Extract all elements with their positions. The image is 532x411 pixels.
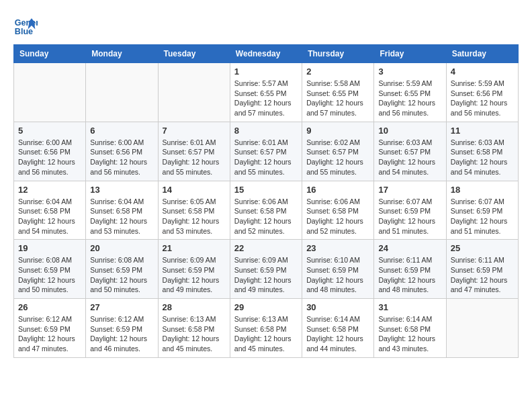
calendar-cell: 25Sunrise: 6:11 AMSunset: 6:59 PMDayligh… [446,240,518,299]
day-number: 27 [90,302,153,312]
calendar-cell [14,63,86,122]
calendar-cell [446,299,518,358]
calendar-cell: 6Sunrise: 6:00 AMSunset: 6:56 PMDaylight… [86,122,158,181]
day-number: 6 [90,126,153,136]
weekday-header-row: SundayMondayTuesdayWednesdayThursdayFrid… [14,45,519,63]
day-number: 14 [163,185,226,195]
day-info: Sunrise: 6:14 AMSunset: 6:58 PMDaylight:… [378,314,441,354]
day-info: Sunrise: 6:07 AMSunset: 6:59 PMDaylight:… [451,197,514,236]
calendar-cell: 18Sunrise: 6:07 AMSunset: 6:59 PMDayligh… [446,181,518,240]
day-info: Sunrise: 6:07 AMSunset: 6:59 PMDaylight:… [378,197,441,236]
day-number: 18 [451,185,514,195]
calendar-cell [86,63,158,122]
calendar-cell: 2Sunrise: 5:58 AMSunset: 6:55 PMDaylight… [302,63,374,122]
day-number: 23 [306,243,369,253]
calendar-cell: 10Sunrise: 6:03 AMSunset: 6:57 PMDayligh… [374,122,446,181]
day-number: 8 [234,126,298,136]
calendar-cell: 19Sunrise: 6:08 AMSunset: 6:59 PMDayligh… [14,240,86,299]
day-info: Sunrise: 6:00 AMSunset: 6:56 PMDaylight:… [18,138,81,177]
week-row-2: 5Sunrise: 6:00 AMSunset: 6:56 PMDaylight… [14,122,519,181]
day-info: Sunrise: 5:59 AMSunset: 6:56 PMDaylight:… [451,79,514,118]
weekday-header-sunday: Sunday [14,45,86,63]
calendar-cell: 9Sunrise: 6:02 AMSunset: 6:57 PMDaylight… [302,122,374,181]
day-info: Sunrise: 6:09 AMSunset: 6:59 PMDaylight:… [163,255,226,295]
weekday-header-saturday: Saturday [446,45,518,63]
calendar-cell: 26Sunrise: 6:12 AMSunset: 6:59 PMDayligh… [14,299,86,358]
day-number: 12 [18,185,81,195]
day-number: 16 [306,185,369,195]
calendar-cell: 15Sunrise: 6:06 AMSunset: 6:58 PMDayligh… [230,181,302,240]
page-header: General Blue [13,13,519,38]
day-info: Sunrise: 5:57 AMSunset: 6:55 PMDaylight:… [234,79,298,118]
day-number: 11 [451,126,514,136]
calendar-cell: 27Sunrise: 6:12 AMSunset: 6:59 PMDayligh… [86,299,158,358]
calendar-cell: 30Sunrise: 6:14 AMSunset: 6:58 PMDayligh… [302,299,374,358]
day-info: Sunrise: 6:10 AMSunset: 6:59 PMDaylight:… [306,255,369,295]
calendar-cell: 22Sunrise: 6:09 AMSunset: 6:59 PMDayligh… [230,240,302,299]
day-number: 21 [163,243,226,253]
calendar-cell: 4Sunrise: 5:59 AMSunset: 6:56 PMDaylight… [446,63,518,122]
day-number: 10 [378,126,441,136]
calendar-cell: 17Sunrise: 6:07 AMSunset: 6:59 PMDayligh… [374,181,446,240]
calendar-cell [158,63,230,122]
day-number: 13 [90,185,153,195]
day-number: 17 [378,185,441,195]
logo: General Blue [13,13,42,38]
calendar-cell: 20Sunrise: 6:08 AMSunset: 6:59 PMDayligh… [86,240,158,299]
weekday-header-tuesday: Tuesday [158,45,230,63]
day-info: Sunrise: 6:13 AMSunset: 6:58 PMDaylight:… [234,314,298,354]
day-number: 9 [306,126,369,136]
day-info: Sunrise: 6:12 AMSunset: 6:59 PMDaylight:… [18,314,81,354]
calendar-cell: 7Sunrise: 6:01 AMSunset: 6:57 PMDaylight… [158,122,230,181]
calendar-cell: 14Sunrise: 6:05 AMSunset: 6:58 PMDayligh… [158,181,230,240]
day-number: 3 [378,66,441,77]
day-number: 2 [306,66,369,77]
day-number: 28 [163,302,226,312]
weekday-header-wednesday: Wednesday [230,45,302,63]
calendar-cell: 3Sunrise: 5:59 AMSunset: 6:55 PMDaylight… [374,63,446,122]
logo-icon: General Blue [13,13,38,38]
weekday-header-thursday: Thursday [302,45,374,63]
day-number: 19 [18,243,81,253]
calendar-cell: 16Sunrise: 6:06 AMSunset: 6:58 PMDayligh… [302,181,374,240]
calendar-table: SundayMondayTuesdayWednesdayThursdayFrid… [13,44,519,358]
day-info: Sunrise: 6:11 AMSunset: 6:59 PMDaylight:… [378,255,441,295]
day-number: 15 [234,185,298,195]
day-info: Sunrise: 6:11 AMSunset: 6:59 PMDaylight:… [451,255,514,295]
day-info: Sunrise: 6:14 AMSunset: 6:58 PMDaylight:… [306,314,369,354]
day-info: Sunrise: 6:08 AMSunset: 6:59 PMDaylight:… [18,255,81,295]
day-info: Sunrise: 6:09 AMSunset: 6:59 PMDaylight:… [234,255,298,295]
day-info: Sunrise: 6:02 AMSunset: 6:57 PMDaylight:… [306,138,369,177]
day-number: 7 [163,126,226,136]
day-number: 5 [18,126,81,136]
day-number: 30 [306,302,369,312]
day-info: Sunrise: 6:01 AMSunset: 6:57 PMDaylight:… [234,138,298,177]
day-info: Sunrise: 6:13 AMSunset: 6:58 PMDaylight:… [163,314,226,354]
calendar-cell: 23Sunrise: 6:10 AMSunset: 6:59 PMDayligh… [302,240,374,299]
day-info: Sunrise: 5:59 AMSunset: 6:55 PMDaylight:… [378,79,441,118]
calendar-cell: 24Sunrise: 6:11 AMSunset: 6:59 PMDayligh… [374,240,446,299]
day-info: Sunrise: 6:04 AMSunset: 6:58 PMDaylight:… [18,197,81,236]
day-info: Sunrise: 6:00 AMSunset: 6:56 PMDaylight:… [90,138,153,177]
day-number: 22 [234,243,298,253]
day-info: Sunrise: 6:03 AMSunset: 6:58 PMDaylight:… [451,138,514,177]
day-number: 26 [18,302,81,312]
day-number: 24 [378,243,441,253]
calendar-cell: 5Sunrise: 6:00 AMSunset: 6:56 PMDaylight… [14,122,86,181]
day-info: Sunrise: 6:05 AMSunset: 6:58 PMDaylight:… [163,197,226,236]
day-number: 20 [90,243,153,253]
day-info: Sunrise: 6:12 AMSunset: 6:59 PMDaylight:… [90,314,153,354]
day-info: Sunrise: 6:03 AMSunset: 6:57 PMDaylight:… [378,138,441,177]
calendar-cell: 21Sunrise: 6:09 AMSunset: 6:59 PMDayligh… [158,240,230,299]
calendar-cell: 13Sunrise: 6:04 AMSunset: 6:58 PMDayligh… [86,181,158,240]
weekday-header-monday: Monday [86,45,158,63]
day-info: Sunrise: 6:04 AMSunset: 6:58 PMDaylight:… [90,197,153,236]
day-number: 31 [378,302,441,312]
calendar-cell: 28Sunrise: 6:13 AMSunset: 6:58 PMDayligh… [158,299,230,358]
week-row-1: 1Sunrise: 5:57 AMSunset: 6:55 PMDaylight… [14,63,519,122]
calendar-cell: 8Sunrise: 6:01 AMSunset: 6:57 PMDaylight… [230,122,302,181]
calendar-cell: 11Sunrise: 6:03 AMSunset: 6:58 PMDayligh… [446,122,518,181]
day-number: 4 [451,66,514,77]
weekday-header-friday: Friday [374,45,446,63]
calendar-cell: 29Sunrise: 6:13 AMSunset: 6:58 PMDayligh… [230,299,302,358]
